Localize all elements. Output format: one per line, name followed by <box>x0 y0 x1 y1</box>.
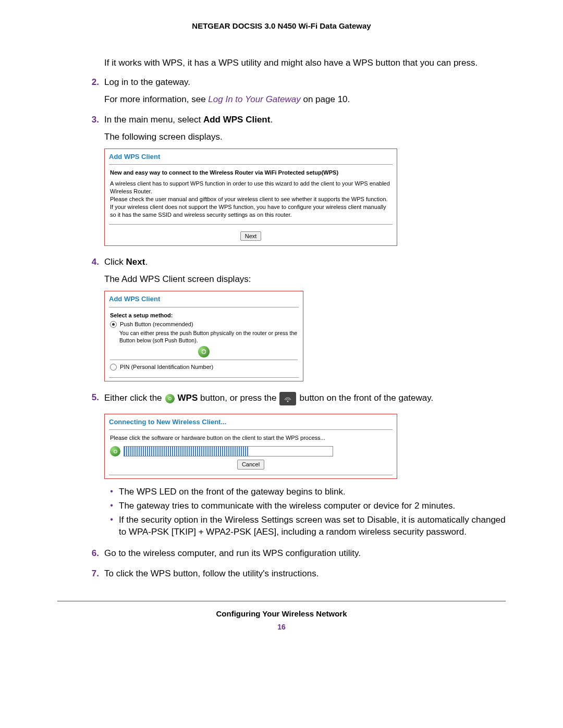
step-text: In the main menu, select Add WPS Client. <box>104 114 506 126</box>
screenshot-add-wps-client-intro: Add WPS Client New and easy way to conne… <box>104 149 397 246</box>
step-3: 3. In the main menu, select Add WPS Clie… <box>83 114 506 253</box>
progress-bar <box>124 446 333 456</box>
wps-inline-icon <box>165 394 175 403</box>
step-5: 5. Either click the WPS button, or press… <box>83 392 506 545</box>
screenshot-add-wps-client-method: Add WPS Client Select a setup method: Pu… <box>104 291 303 381</box>
step-text: The following screen displays. <box>104 131 506 143</box>
page-header: NETGEAR DOCSIS 3.0 N450 Wi-Fi Data Gatew… <box>57 21 506 31</box>
step-6: 6. Go to the wireless computer, and run … <box>83 548 506 565</box>
step-number: 5. <box>83 392 104 545</box>
svg-point-0 <box>202 350 205 353</box>
bullet-icon: • <box>104 500 119 512</box>
step-text: For more information, see Log In to Your… <box>104 94 506 106</box>
bullet-text: The WPS LED on the front of the gateway … <box>119 486 346 498</box>
bullet-text: The gateway tries to communicate with th… <box>119 500 455 512</box>
step-number: 6. <box>83 548 104 565</box>
front-wps-button-icon <box>279 392 296 405</box>
next-button[interactable]: Next <box>240 231 262 241</box>
bullet-text: If the security option in the Wireless S… <box>119 514 506 538</box>
step-text: The Add WPS Client screen displays: <box>104 274 506 286</box>
radio-push-button[interactable]: Push Button (recommended) <box>110 320 298 328</box>
intro-paragraph: If it works with WPS, it has a WPS utili… <box>104 57 506 69</box>
wps-progress-icon <box>110 446 120 456</box>
screenshot-title: Connecting to New Wireless Client... <box>105 414 397 429</box>
radio-pin[interactable]: PIN (Personal Identification Number) <box>110 363 298 371</box>
svg-point-3 <box>114 450 117 453</box>
step-text: Either click the WPS button, or press th… <box>104 392 433 405</box>
step-4: 4. Click Next. The Add WPS Client screen… <box>83 256 506 388</box>
screenshot-title: Add WPS Client <box>105 291 303 306</box>
radio-icon <box>110 321 117 328</box>
svg-point-1 <box>168 397 171 400</box>
step-text: Log in to the gateway. <box>104 77 506 89</box>
bullet-icon: • <box>104 486 119 498</box>
screenshot-bold-text: New and easy way to connect to the Wirel… <box>110 169 391 177</box>
wps-soft-button-icon[interactable] <box>198 346 210 357</box>
step-number: 4. <box>83 256 104 388</box>
screenshot-text: Please check the user manual and giftbox… <box>110 195 391 203</box>
screenshot-title: Add WPS Client <box>105 149 397 164</box>
footer-section-title: Configuring Your Wireless Network <box>57 609 506 619</box>
link-login-gateway[interactable]: Log In to Your Gateway <box>208 94 300 104</box>
bullet-icon: • <box>104 514 119 538</box>
screenshot-text: If your wireless client does not support… <box>110 203 391 219</box>
step-7: 7. To click the WPS button, follow the u… <box>83 568 506 585</box>
select-method-label: Select a setup method: <box>110 312 298 319</box>
step-number: 2. <box>83 77 104 111</box>
step-text: Click Next. <box>104 256 506 268</box>
page-number: 16 <box>57 622 506 632</box>
bullet-list: •The WPS LED on the front of the gateway… <box>104 486 506 538</box>
svg-point-2 <box>287 400 289 402</box>
step-text: To click the WPS button, follow the util… <box>104 568 506 580</box>
screenshot-text: A wireless client has to support WPS fun… <box>110 180 391 195</box>
screenshot-connecting: Connecting to New Wireless Client... Ple… <box>104 414 397 479</box>
screenshot-text: Please click the software or hardware bu… <box>110 434 391 442</box>
step-text: Go to the wireless computer, and run its… <box>104 548 506 560</box>
step-2: 2. Log in to the gateway. For more infor… <box>83 77 506 111</box>
footer-divider <box>57 601 506 601</box>
radio-icon <box>110 364 117 371</box>
radio-description: You can either press the push Button phy… <box>119 329 298 344</box>
step-number: 3. <box>83 114 104 253</box>
step-number: 7. <box>83 568 104 585</box>
cancel-button[interactable]: Cancel <box>237 460 264 470</box>
